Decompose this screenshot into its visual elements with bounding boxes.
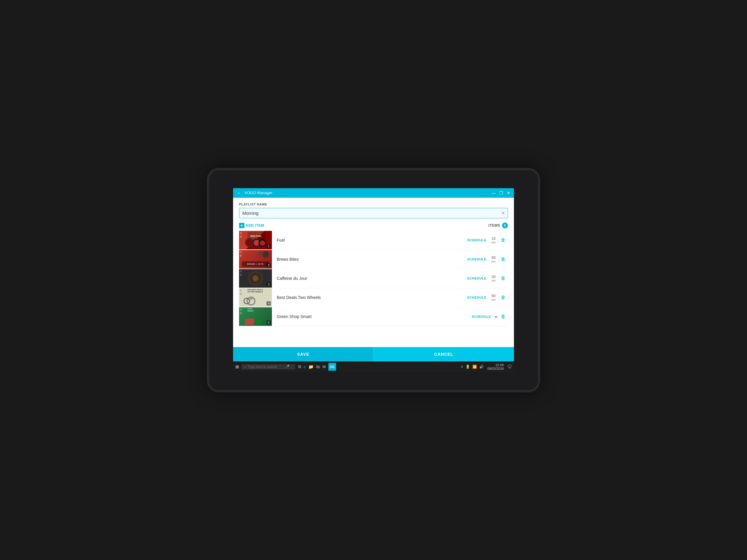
date-display: 09/03/2018 bbox=[487, 367, 504, 370]
start-button[interactable]: ⊞ bbox=[235, 364, 239, 369]
playlist-name-label: PLAYLIST NAME bbox=[239, 203, 508, 206]
item-name-4: Best Deals Two Wheels bbox=[272, 295, 467, 300]
app-title: XOGO Manager bbox=[244, 191, 491, 195]
delete-button-2[interactable]: 🗑 bbox=[501, 257, 506, 262]
item-thumbnail-2: BREWS + BITE ⊞ ⊠ 2 bbox=[239, 250, 272, 268]
time-display: 22:06 bbox=[487, 363, 504, 367]
item-actions-2: SCHEDULE 60sec 🗑 bbox=[467, 256, 508, 263]
schedule-button-1[interactable]: SCHEDULE bbox=[467, 238, 486, 242]
list-item: THE BEST DEALSON TWO WHEELS ⊞ ⊠ 4 Best D… bbox=[239, 288, 508, 307]
add-item-button[interactable]: + ADD ITEM bbox=[239, 223, 264, 228]
list-item: BREWS + BITE ⊞ ⊠ 2 Brews Bites SCHEDULE bbox=[239, 250, 508, 269]
item-duration-2: 60sec bbox=[489, 256, 498, 263]
taskbar-icons: ⧉ e 📁 🛍 ✉ XG bbox=[298, 363, 336, 371]
playlist-name-input[interactable] bbox=[239, 208, 508, 218]
item-duration-4: 60sec bbox=[489, 294, 498, 301]
minimize-button[interactable]: — bbox=[491, 191, 496, 195]
taskbar-search-input[interactable] bbox=[248, 365, 284, 369]
window-controls: — ❐ ✕ bbox=[491, 191, 510, 195]
delete-button-5[interactable]: 🗑 bbox=[501, 314, 506, 319]
taskbar: ⊞ ○ 🎤 ⧉ e 📁 🛍 ✉ XG ∧ 🔋 📶 🔊 22:06 09/03/2… bbox=[233, 362, 514, 372]
toolbar: + ADD ITEM ITEMS 5 bbox=[239, 222, 508, 229]
mail-icon[interactable]: ✉ bbox=[323, 364, 326, 369]
items-list: BIKE FUEL. ⊞ ⊠ 1 Fuel SCHEDULE bbox=[239, 231, 508, 347]
schedule-button-5[interactable]: SCHEDULE bbox=[471, 315, 491, 318]
notification-button[interactable]: 🗨 bbox=[507, 364, 512, 369]
item-actions-4: SCHEDULE 60sec 🗑 bbox=[467, 294, 508, 301]
back-button[interactable]: ← bbox=[237, 190, 241, 196]
item-name-2: Brews Bites bbox=[272, 257, 467, 262]
item-thumbnail-5: SHOPSMART ⊞ ⊠ 5 bbox=[239, 307, 272, 326]
network-icon: 📶 bbox=[472, 365, 477, 369]
item-thumbnail-3: ⊞ ⊠ 3 bbox=[239, 269, 272, 288]
item-name-3: Caffeine du Jour bbox=[272, 276, 467, 281]
search-icon: ○ bbox=[244, 365, 246, 369]
folder-icon[interactable]: 📁 bbox=[308, 364, 313, 369]
schedule-button-3[interactable]: SCHEDULE bbox=[467, 276, 486, 280]
item-number-1: 1 bbox=[266, 244, 271, 248]
task-view-icon[interactable]: ⧉ bbox=[298, 364, 301, 369]
system-tray: ∧ 🔋 📶 🔊 bbox=[461, 365, 484, 369]
device-frame: ← XOGO Manager — ❐ ✕ PLAYLIST NAME ✕ + A… bbox=[209, 170, 538, 390]
items-count-badge: ITEMS 5 bbox=[489, 222, 508, 229]
cancel-button[interactable]: CANCEL bbox=[374, 347, 514, 362]
item-duration-1: 15sec bbox=[489, 237, 498, 244]
item-thumbnail-1: BIKE FUEL. ⊞ ⊠ 1 bbox=[239, 231, 272, 249]
delete-button-1[interactable]: 🗑 bbox=[501, 237, 506, 243]
footer-buttons: SAVE CANCEL bbox=[233, 347, 514, 362]
item-actions-3: SCHEDULE 30sec 🗑 bbox=[467, 275, 508, 282]
xogo-app-icon[interactable]: XG bbox=[328, 363, 336, 371]
item-number-3: 3 bbox=[266, 282, 271, 287]
item-number-5: 5 bbox=[266, 320, 271, 325]
plus-icon: + bbox=[239, 223, 244, 228]
no-schedule-icon: ⚬̶ bbox=[494, 314, 498, 320]
restore-button[interactable]: ❐ bbox=[499, 191, 503, 195]
add-item-label: ADD ITEM bbox=[246, 223, 264, 228]
list-item: ⊞ ⊠ 3 Caffeine du Jour SCHEDULE 30sec 🗑 bbox=[239, 269, 508, 288]
items-count: 5 bbox=[502, 222, 508, 229]
save-button[interactable]: SAVE bbox=[233, 347, 374, 362]
battery-icon: 🔋 bbox=[466, 365, 470, 369]
title-bar: ← XOGO Manager — ❐ ✕ bbox=[233, 188, 514, 198]
item-number-4: 4 bbox=[266, 301, 271, 305]
app-window: ← XOGO Manager — ❐ ✕ PLAYLIST NAME ✕ + A… bbox=[233, 188, 514, 362]
volume-icon: 🔊 bbox=[479, 365, 484, 369]
item-name-5: Green Shop Smart bbox=[272, 314, 471, 319]
main-content: PLAYLIST NAME ✕ + ADD ITEM ITEMS 5 bbox=[233, 198, 514, 347]
taskbar-search[interactable]: ○ 🎤 bbox=[241, 364, 295, 369]
item-duration-3: 30sec bbox=[489, 275, 498, 282]
close-button[interactable]: ✕ bbox=[507, 191, 510, 195]
input-clear-button[interactable]: ✕ bbox=[501, 210, 505, 216]
clock: 22:06 09/03/2018 bbox=[487, 363, 504, 370]
schedule-button-4[interactable]: SCHEDULE bbox=[467, 296, 486, 299]
microphone-icon: 🎤 bbox=[285, 365, 289, 369]
item-thumbnail-4: THE BEST DEALSON TWO WHEELS ⊞ ⊠ 4 bbox=[239, 288, 272, 307]
taskbar-right: ∧ 🔋 📶 🔊 22:06 09/03/2018 🗨 bbox=[461, 363, 512, 370]
items-label: ITEMS bbox=[489, 223, 500, 228]
playlist-name-field: ✕ bbox=[239, 208, 508, 218]
edge-icon[interactable]: e bbox=[304, 364, 306, 369]
item-number-2: 2 bbox=[266, 263, 271, 267]
store-icon[interactable]: 🛍 bbox=[316, 364, 320, 369]
list-item: SHOPSMART ⊞ ⊠ 5 Green Shop Smart SCHEDUL… bbox=[239, 307, 508, 326]
chevron-up-icon[interactable]: ∧ bbox=[461, 365, 463, 369]
delete-button-4[interactable]: 🗑 bbox=[501, 295, 506, 300]
schedule-button-2[interactable]: SCHEDULE bbox=[467, 258, 486, 261]
delete-button-3[interactable]: 🗑 bbox=[501, 276, 506, 281]
item-actions-1: SCHEDULE 15sec 🗑 bbox=[467, 237, 508, 244]
list-item: BIKE FUEL. ⊞ ⊠ 1 Fuel SCHEDULE bbox=[239, 231, 508, 250]
item-name-1: Fuel bbox=[272, 238, 467, 242]
item-actions-5: SCHEDULE ⚬̶ 🗑 bbox=[471, 314, 508, 320]
